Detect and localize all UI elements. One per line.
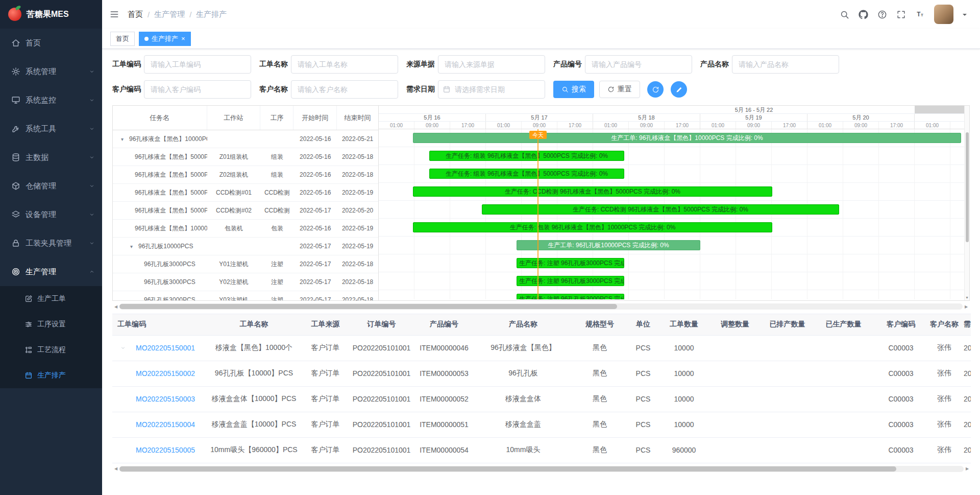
来源单据-input[interactable] <box>438 55 545 74</box>
order-code-link[interactable]: MO202205150004 <box>136 420 195 429</box>
gantt-cell: 2022-05-19 <box>337 225 378 232</box>
gantt-bar[interactable]: 生产任务: 组装 96孔移液盒【黑色】5000PCS 完成比例: 0% <box>429 169 624 179</box>
sidebar-item-label: 生产管理 <box>26 267 89 277</box>
gantt-grid-row[interactable]: ▾96孔孔板10000PCS2022-05-172022-05-19 <box>113 238 378 255</box>
scrollbar-thumb[interactable] <box>119 304 617 309</box>
submenu-item-生产工单[interactable]: 生产工单 <box>0 286 102 312</box>
question-icon[interactable] <box>877 10 887 19</box>
sidebar-item-设备管理[interactable]: 设备管理 <box>0 200 102 229</box>
gantt-grid-row[interactable]: 96孔移液盒【黑色】5000PCSCCD检测#02CCD检测2022-05-17… <box>113 202 378 220</box>
github-icon[interactable] <box>859 10 868 19</box>
order-row[interactable]: MO20220515000510mm吸头【960000】PCS客户订单PO202… <box>112 437 971 463</box>
order-code-link[interactable]: MO202205150001 <box>136 344 195 352</box>
gantt-cell: 包装机 <box>207 224 261 233</box>
gantt-bar[interactable]: 生产任务: 注塑 96孔孔板3000PCS 完成比例: 0% <box>517 276 624 286</box>
sidebar-item-仓储管理[interactable]: 仓储管理 <box>0 172 102 200</box>
客户名称-input[interactable] <box>291 80 398 99</box>
gantt-grid-row[interactable]: 96孔移液盒【黑色】5000PCSCCD检测#01CCD检测2022-05-16… <box>113 184 378 202</box>
order-cell: ITEM00000051 <box>413 412 475 437</box>
gantt-grid-row[interactable]: 96孔孔板3000PCSY01注塑机注塑2022-05-172022-05-18 <box>113 255 378 273</box>
scrollbar-track[interactable] <box>119 303 963 310</box>
orders-col-header: 工单来源 <box>301 314 350 335</box>
orders-col-header: 工单编码 <box>112 314 207 335</box>
scroll-right-arrow-icon[interactable]: ▶ <box>963 304 970 309</box>
sidebar-item-系统监控[interactable]: 系统监控 <box>0 86 102 114</box>
database-icon <box>11 153 20 162</box>
tab-close-icon[interactable]: × <box>181 35 185 42</box>
search-button[interactable]: 搜索 <box>553 81 594 98</box>
font-size-icon[interactable]: TT <box>915 10 925 19</box>
gantt-horizontal-scrollbar[interactable]: ◀ ▶ <box>112 303 970 310</box>
gantt-cell: 注塑 <box>260 260 293 269</box>
scrollbar-thumb[interactable] <box>119 466 896 472</box>
submenu-item-生产排产[interactable]: 生产排产 <box>0 363 102 388</box>
orders-col-header: 规格型号 <box>572 314 628 335</box>
order-cell: 黑色 <box>572 437 628 463</box>
order-code-link[interactable]: MO202205150003 <box>136 395 195 403</box>
sidebar-item-首页[interactable]: 首页 <box>0 29 102 57</box>
工单名称-input[interactable] <box>291 55 398 74</box>
gantt-grid-row[interactable]: 96孔移液盒【黑色】10000PCS包装机包装2022-05-162022-05… <box>113 220 378 238</box>
sidebar-item-工装夹具管理[interactable]: 工装夹具管理 <box>0 229 102 257</box>
gantt-bar[interactable]: 生产任务: 注塑 96孔孔板3000PCS 完成比例: 0% <box>517 258 624 268</box>
gantt-bar[interactable]: 生产任务: 包装 96孔移液盒【黑色】10000PCS 完成比例: 0% <box>413 222 772 232</box>
expand-caret-icon[interactable]: ▾ <box>121 136 124 142</box>
scroll-down-arrow-icon[interactable]: ▾ <box>965 295 969 300</box>
gantt-grid-row[interactable]: 96孔移液盒【黑色】5000PCSZ02组装机组装2022-05-162022-… <box>113 166 378 184</box>
gantt-grid-row[interactable]: 96孔孔板3000PCSY02注塑机注塑2022-05-172022-05-18 <box>113 273 378 291</box>
order-code-link[interactable]: MO202205150002 <box>136 369 195 378</box>
gantt-vertical-scrollbar[interactable]: ▾ <box>964 106 969 300</box>
gantt-grid-row[interactable]: 96孔移液盒【黑色】5000PCSZ01组装机组装2022-05-162022-… <box>113 148 378 166</box>
gantt-bar[interactable]: 生产任务: CCD检测 96孔移液盒【黑色】5000PCS 完成比例: 0% <box>413 186 772 197</box>
gantt-grid-row[interactable]: ▾96孔移液盒【黑色】10000PCS2022-05-162022-05-21 <box>113 130 378 148</box>
avatar[interactable] <box>934 5 953 24</box>
order-row[interactable]: MO20220515000296孔孔板【10000】PCS客户订单PO20220… <box>112 361 971 386</box>
scroll-left-arrow-icon[interactable]: ◀ <box>112 304 119 309</box>
breadcrumb-home[interactable]: 首页 <box>128 10 143 19</box>
scrollbar-track[interactable] <box>119 466 964 472</box>
avatar-caret-down-icon[interactable] <box>963 14 967 18</box>
search-icon[interactable] <box>840 10 849 19</box>
reset-button[interactable]: 重置 <box>599 81 640 98</box>
需求日期-input[interactable] <box>438 80 545 99</box>
sidebar-item-生产管理[interactable]: 生产管理 <box>0 257 102 286</box>
产品名称-input[interactable] <box>732 55 839 74</box>
submenu-item-工艺流程[interactable]: 工艺流程 <box>0 337 102 363</box>
gantt-bar[interactable]: 生产工单: 96孔移液盒【黑色】10000PCS 完成比例: 0% <box>413 133 961 143</box>
logo: 苦糖果MES <box>0 0 102 29</box>
tab-label: 首页 <box>116 34 129 43</box>
hamburger-icon[interactable] <box>109 9 119 19</box>
fullscreen-icon[interactable] <box>896 10 906 19</box>
产品编号-input[interactable] <box>585 55 692 74</box>
scroll-right-arrow-icon[interactable]: ▶ <box>964 466 971 471</box>
order-cell: 96孔孔板【10000】PCS <box>207 361 301 386</box>
gantt-cell: 2022-05-16 <box>293 171 337 178</box>
edit-circle-button[interactable] <box>671 81 687 98</box>
scrollbar-thumb[interactable] <box>966 132 969 242</box>
tab-home[interactable]: 首页 <box>110 32 135 46</box>
filter-label: 客户名称 <box>259 85 291 94</box>
order-cell: 移液盒盒盖 <box>475 412 572 437</box>
sidebar-item-主数据[interactable]: 主数据 <box>0 143 102 172</box>
submenu-item-工序设置[interactable]: 工序设置 <box>0 312 102 337</box>
scroll-left-arrow-icon[interactable]: ◀ <box>112 466 119 471</box>
gantt-bar[interactable]: 生产任务: 组装 96孔移液盒【黑色】5000PCS 完成比例: 0% <box>429 151 624 161</box>
order-row[interactable]: MO202205150001移液盒【黑色】10000个客户订单PO2022051… <box>112 335 971 361</box>
expand-caret-icon[interactable]: ▾ <box>130 244 133 249</box>
order-row[interactable]: MO202205150004移液盒盒盖【10000】PCS客户订单PO20220… <box>112 412 971 437</box>
row-expand-caret-icon[interactable] <box>120 345 126 351</box>
客户编码-input[interactable] <box>144 80 251 99</box>
工单编码-input[interactable] <box>144 55 251 74</box>
sidebar-item-系统管理[interactable]: 系统管理 <box>0 57 102 86</box>
order-row[interactable]: MO202205150003移液盒盒体【10000】PCS客户订单PO20220… <box>112 386 971 412</box>
gantt-bar[interactable]: 生产工单: 96孔孔板10000PCS 完成比例: 0% <box>517 240 700 250</box>
gantt-grid-row[interactable]: 96孔孔板3000PCSY03注塑机注塑2022-05-172022-05-18 <box>113 291 378 300</box>
gantt-cell: 包装 <box>260 224 293 233</box>
sidebar-item-系统工具[interactable]: 系统工具 <box>0 114 102 143</box>
gantt-task-name: 96孔移液盒【黑色】5000PCS <box>135 153 207 161</box>
gantt-bar[interactable]: 生产任务: CCD检测 96孔移液盒【黑色】5000PCS 完成比例: 0% <box>482 204 839 215</box>
refresh-circle-button[interactable] <box>647 81 664 98</box>
gantt-bar[interactable]: 生产任务: 注塑 96孔孔板3000PCS 完成比例: 0% <box>517 294 624 299</box>
tab-production-schedule[interactable]: 生产排产 × <box>139 32 191 46</box>
order-code-link[interactable]: MO202205150005 <box>136 446 195 454</box>
